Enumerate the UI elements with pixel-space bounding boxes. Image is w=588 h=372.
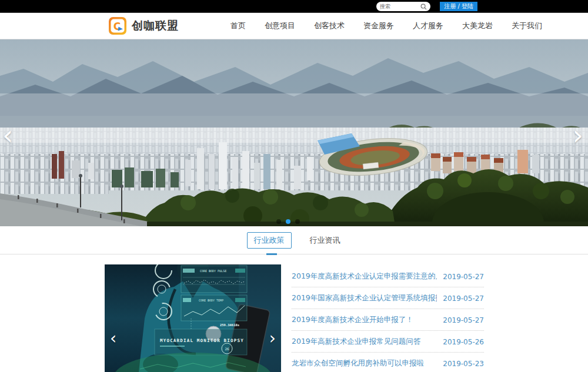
news-item-title[interactable]: 龙岩市众创空间孵化用房补助可以申报啦 xyxy=(292,358,437,368)
news-item-date: 2019-05-23 xyxy=(443,360,484,368)
hud-pulse-panel: CORE BODY PULSE xyxy=(181,266,247,293)
hero-next-arrow-icon[interactable]: › xyxy=(573,122,583,149)
nav-item-funding-services[interactable]: 资金服务 xyxy=(363,17,394,35)
news-item[interactable]: 2019年高新技术企业申报常见问题问答 2019-05-26 xyxy=(292,331,484,353)
news-item[interactable]: 2019年度高新技术企业认定申报需要注意的几件事！ 2019-05-27 xyxy=(292,266,484,287)
news-item-date: 2019-05-27 xyxy=(443,316,484,324)
hud-temp-panel: CORE BODY TEMP xyxy=(181,295,247,321)
tab-industry-news[interactable]: 行业资讯 xyxy=(309,232,342,249)
hero-dot[interactable] xyxy=(295,219,300,224)
brand-name: 创咖联盟 xyxy=(132,18,179,33)
nav-item-talent-services[interactable]: 人才服务 xyxy=(413,17,443,35)
search-input[interactable] xyxy=(380,4,420,9)
svg-text:MYOCARDIAL MONITOR BIOPSY: MYOCARDIAL MONITOR BIOPSY xyxy=(160,338,244,343)
news-section: CORE BODY PULSE CORE BODY TEMP 259.34618… xyxy=(0,254,588,372)
medical-hud-image: CORE BODY PULSE CORE BODY TEMP 259.34618… xyxy=(105,264,281,372)
search-icon[interactable] xyxy=(420,4,427,10)
news-item-date: 2019-05-27 xyxy=(443,294,484,303)
hero-dot[interactable] xyxy=(276,219,281,224)
svg-text:26: 26 xyxy=(225,347,229,351)
news-item-title[interactable]: 2019年度高新技术企业开始申报了！ xyxy=(292,315,437,325)
news-image-carousel[interactable]: CORE BODY PULSE CORE BODY TEMP 259.34618… xyxy=(105,264,281,372)
carousel-prev-arrow-icon[interactable]: ‹ xyxy=(110,330,116,347)
carousel-next-arrow-icon[interactable]: › xyxy=(269,330,276,347)
main-menu: 首页 创意项目 创客技术 资金服务 人才服务 大美龙岩 关于我们 xyxy=(221,17,552,35)
hero-pagination-dots xyxy=(276,219,300,224)
svg-text:CORE BODY TEMP: CORE BODY TEMP xyxy=(199,299,223,302)
news-item-date: 2019-05-26 xyxy=(443,338,484,346)
nav-item-home[interactable]: 首页 xyxy=(230,17,246,35)
news-item[interactable]: 龙岩市众创空间孵化用房补助可以申报啦 2019-05-23 xyxy=(292,353,484,372)
nav-item-maker-tech[interactable]: 创客技术 xyxy=(314,17,345,35)
main-navbar: C 创咖联盟 首页 创意项目 创客技术 资金服务 人才服务 大美龙岩 关于我们 xyxy=(0,13,588,39)
news-item[interactable]: 2019年国家高新技术企业认定管理系统填报指南 2019-05-27 xyxy=(292,287,484,309)
svg-text:C: C xyxy=(113,21,121,32)
news-item-title[interactable]: 2019年高新技术企业申报常见问题问答 xyxy=(292,337,437,347)
nav-item-beautiful-longyan[interactable]: 大美龙岩 xyxy=(462,17,493,35)
nav-item-about-us[interactable]: 关于我们 xyxy=(512,17,542,35)
news-item-title[interactable]: 2019年国家高新技术企业认定管理系统填报指南 xyxy=(292,293,437,303)
hero-panorama-image xyxy=(0,39,588,226)
nav-item-creative-projects[interactable]: 创意项目 xyxy=(265,17,295,35)
news-tabs: 行业政策 行业资讯 xyxy=(0,226,588,254)
hero-prev-arrow-icon[interactable]: ‹ xyxy=(2,122,13,149)
news-item-title[interactable]: 2019年度高新技术企业认定申报需要注意的几件事！ xyxy=(292,272,437,281)
news-item-date: 2019-05-27 xyxy=(443,273,484,281)
search-box[interactable] xyxy=(376,2,430,11)
top-utility-bar: 注册 / 登陆 xyxy=(0,0,588,13)
svg-text:CORE BODY PULSE: CORE BODY PULSE xyxy=(200,269,226,273)
hero-dot-active[interactable] xyxy=(286,219,290,224)
brand[interactable]: C 创咖联盟 xyxy=(109,17,179,35)
news-item[interactable]: 2019年度高新技术企业开始申报了！ 2019-05-27 xyxy=(292,309,484,331)
active-tab-indicator xyxy=(266,253,277,255)
tab-industry-policy[interactable]: 行业政策 xyxy=(247,232,292,249)
svg-text:259.34618s: 259.34618s xyxy=(220,323,239,327)
register-login-button[interactable]: 注册 / 登陆 xyxy=(440,2,477,11)
hero-carousel: ‹ › xyxy=(0,39,588,226)
brand-logo-icon: C xyxy=(109,17,126,35)
news-list: 2019年度高新技术企业认定申报需要注意的几件事！ 2019-05-27 201… xyxy=(292,266,484,372)
